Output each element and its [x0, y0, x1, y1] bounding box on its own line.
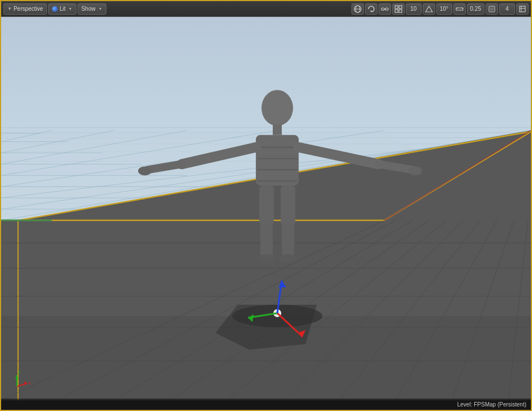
- scale-label: 0.25: [470, 6, 481, 12]
- svg-rect-102: [490, 7, 494, 11]
- angle-label: 10°: [440, 6, 448, 12]
- svg-text:z: z: [18, 369, 21, 375]
- svg-text:x: x: [28, 380, 31, 386]
- num10-label: 10: [410, 6, 417, 12]
- num10-btn[interactable]: 10: [406, 3, 422, 15]
- angle-btn[interactable]: 10°: [436, 3, 452, 15]
- svg-point-71: [279, 254, 297, 263]
- svg-rect-91: [385, 8, 388, 10]
- perspective-btn[interactable]: ▼ Perspective: [3, 3, 47, 15]
- viewport[interactable]: x z ▼ Perspective Lit ▼ Show ▼: [0, 0, 532, 411]
- svg-point-62: [138, 166, 152, 175]
- svg-rect-94: [399, 6, 402, 8]
- show-btn[interactable]: Show ▼: [78, 3, 106, 15]
- svg-rect-68: [260, 223, 273, 257]
- svg-rect-67: [281, 185, 295, 225]
- perspective-label: Perspective: [14, 6, 43, 12]
- grid-icon-btn[interactable]: [392, 3, 405, 15]
- snap-icon-btn[interactable]: [423, 3, 435, 15]
- svg-rect-96: [399, 10, 402, 12]
- rotate-icon-btn[interactable]: [365, 3, 377, 15]
- toolbar: ▼ Perspective Lit ▼ Show ▼: [1, 1, 531, 17]
- svg-rect-103: [520, 6, 525, 12]
- globe-icon-btn[interactable]: [351, 3, 364, 15]
- svg-line-61: [148, 164, 182, 170]
- show-label: Show: [81, 6, 96, 12]
- svg-rect-55: [256, 135, 299, 186]
- level-text: Level: FPSMap (Persistent): [457, 401, 526, 408]
- num4-label: 4: [505, 6, 509, 12]
- lit-btn[interactable]: Lit ▼: [48, 3, 76, 15]
- svg-point-53: [261, 90, 293, 126]
- lit-label: Lit: [59, 6, 66, 12]
- svg-point-65: [409, 166, 422, 175]
- svg-marker-97: [426, 6, 432, 12]
- svg-point-70: [258, 254, 276, 263]
- maximize-icon-btn[interactable]: [516, 3, 529, 15]
- svg-rect-54: [273, 125, 282, 135]
- num4-btn[interactable]: 4: [499, 3, 515, 15]
- layers-icon-btn[interactable]: [486, 3, 498, 15]
- statusbar: Level: FPSMap (Persistent): [1, 399, 531, 410]
- svg-line-64: [379, 164, 413, 170]
- svg-rect-93: [395, 6, 398, 8]
- scale-icon-btn[interactable]: [453, 3, 466, 15]
- toolbar-right: 10 10° 0.25: [351, 3, 529, 15]
- svg-rect-95: [395, 10, 398, 12]
- svg-rect-90: [381, 8, 384, 10]
- svg-rect-69: [282, 223, 294, 257]
- svg-rect-66: [259, 185, 274, 225]
- scene-svg: x z: [1, 1, 531, 410]
- link-icon-btn[interactable]: [379, 3, 391, 15]
- scale-value-btn[interactable]: 0.25: [467, 3, 484, 15]
